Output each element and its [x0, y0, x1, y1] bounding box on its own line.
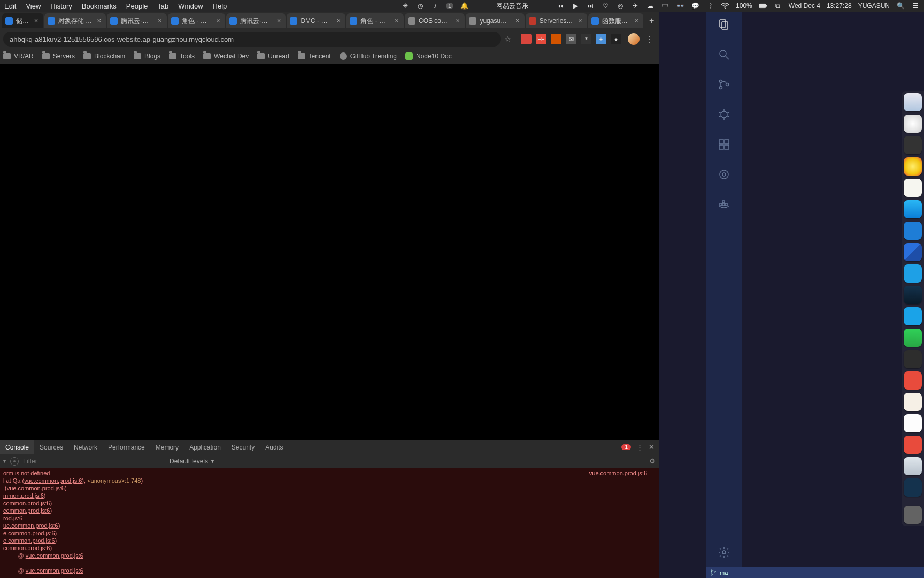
browser-tab[interactable]: Serverless F× — [526, 13, 587, 28]
switch-icon[interactable]: ⧉ — [774, 2, 782, 10]
extension-icon[interactable]: FE — [536, 34, 546, 44]
extension-icon[interactable] — [521, 34, 532, 44]
tab-close-icon[interactable]: × — [214, 17, 222, 25]
menu-people[interactable]: People — [126, 2, 148, 10]
dock-app-icon[interactable] — [904, 243, 922, 261]
music-app-label[interactable]: 网易云音乐 — [496, 2, 528, 11]
profile-avatar[interactable] — [628, 33, 640, 45]
location-icon[interactable]: ✈ — [631, 2, 640, 10]
source-reference-link[interactable]: vue.common.prod.js:6 — [589, 469, 647, 477]
dock-app-icon[interactable] — [904, 478, 922, 497]
ime-icon[interactable]: 中 — [661, 2, 669, 10]
media-play-icon[interactable]: ▶ — [571, 2, 580, 10]
spotlight-icon[interactable]: 🔍 — [896, 2, 905, 10]
tab-close-icon[interactable]: × — [33, 17, 40, 25]
bookmark-item[interactable]: Unread — [257, 52, 289, 60]
notif-badge[interactable]: 1 — [446, 3, 453, 9]
dock-app-icon[interactable] — [904, 93, 922, 111]
bookmark-item[interactable]: Servers — [42, 52, 75, 60]
tab-close-icon[interactable]: × — [576, 17, 584, 25]
console-filter-input[interactable] — [23, 458, 162, 465]
browser-tab[interactable]: DMC - 数据× — [287, 13, 345, 28]
extensions-icon[interactable] — [717, 137, 732, 152]
dock-app-icon[interactable] — [904, 414, 922, 432]
devtools-menu-icon[interactable]: ⋮ — [636, 443, 643, 451]
docker-icon[interactable] — [717, 197, 732, 212]
bookmark-item[interactable]: Node10 Doc — [405, 52, 452, 60]
dock-app-icon[interactable] — [904, 136, 922, 154]
dock-app-icon[interactable] — [904, 436, 922, 454]
tab-close-icon[interactable]: × — [275, 17, 282, 25]
bookmark-item[interactable]: Wechat Dev — [203, 52, 249, 60]
dock-app-icon[interactable] — [904, 506, 922, 524]
url-input[interactable] — [3, 32, 501, 47]
log-levels-dropdown[interactable]: Default levels ▼ — [170, 458, 215, 465]
vscode-status-bar[interactable]: ma — [706, 567, 924, 578]
tab-close-icon[interactable]: × — [95, 17, 103, 25]
menu-tab[interactable]: Tab — [157, 2, 168, 10]
gitlens-icon[interactable] — [717, 167, 732, 182]
extension-icon[interactable]: + — [596, 34, 606, 44]
devtools-tab-audits[interactable]: Audits — [260, 440, 288, 454]
glasses-icon[interactable]: 👓 — [676, 2, 684, 10]
dock-app-icon[interactable] — [904, 222, 922, 240]
dock-app-icon[interactable] — [904, 307, 922, 325]
tab-close-icon[interactable]: × — [335, 17, 342, 25]
devtools-tab-sources[interactable]: Sources — [34, 440, 68, 454]
dock-app-icon[interactable] — [904, 371, 922, 390]
tab-close-icon[interactable]: × — [514, 17, 521, 25]
dock-app-icon[interactable] — [904, 393, 922, 411]
bookmark-star-icon[interactable]: ☆ — [504, 35, 511, 43]
new-tab-button[interactable]: + — [644, 13, 659, 28]
dock-app-icon[interactable] — [904, 350, 922, 368]
dock-app-icon[interactable] — [904, 115, 922, 133]
user-label[interactable]: YUGASUN — [858, 2, 890, 10]
devtools-tab-performance[interactable]: Performance — [103, 440, 150, 454]
explorer-icon[interactable] — [717, 17, 732, 32]
dock-app-icon[interactable] — [904, 264, 922, 283]
bookmark-item[interactable]: Tools — [169, 52, 195, 60]
browser-tab[interactable]: 储 提× — [2, 13, 43, 28]
heart-icon[interactable]: ♡ — [601, 2, 610, 10]
menu-help[interactable]: Help — [213, 2, 227, 10]
extension-icon[interactable]: ✉ — [566, 34, 576, 44]
console-output[interactable]: vue.common.prod.js:6 orm is not definedl… — [0, 468, 659, 578]
menu-view[interactable]: View — [26, 2, 41, 10]
chat-icon[interactable]: 💬 — [691, 2, 699, 10]
extension-icon[interactable]: ● — [611, 34, 621, 44]
browser-tab[interactable]: 角色 - 控制× — [168, 13, 225, 28]
dock-app-icon[interactable] — [904, 329, 922, 347]
bookmark-item[interactable]: VR/AR — [3, 52, 34, 60]
headset-icon[interactable]: ♪ — [431, 2, 440, 10]
battery-icon[interactable] — [759, 2, 767, 10]
control-center-icon[interactable]: ☰ — [911, 2, 920, 10]
tab-close-icon[interactable]: × — [454, 17, 461, 25]
source-control-icon[interactable] — [717, 77, 732, 92]
browser-tab[interactable]: yugasun/ful× — [466, 13, 524, 28]
browser-tab[interactable]: 腾讯云-控制× — [226, 13, 286, 28]
media-next-icon[interactable]: ⏭ — [586, 2, 595, 10]
devtools-tab-console[interactable]: Console — [0, 440, 34, 454]
menu-history[interactable]: History — [50, 2, 72, 10]
browser-tab[interactable]: 角色 - 控制× — [346, 13, 404, 28]
devtools-tab-security[interactable]: Security — [226, 440, 260, 454]
bookmark-item[interactable]: GitHub Trending — [340, 52, 397, 60]
extension-icon[interactable]: ＊ — [581, 34, 591, 44]
devtools-close-icon[interactable]: ✕ — [649, 443, 654, 451]
bluetooth-icon[interactable]: ᛒ — [706, 2, 714, 10]
bookmark-item[interactable]: Tencent — [298, 52, 331, 60]
extension-icon[interactable] — [551, 34, 561, 44]
live-expression-icon[interactable] — [10, 457, 19, 466]
bell-icon[interactable]: 🔔 — [460, 2, 468, 10]
error-count-badge[interactable]: 1 — [621, 444, 631, 450]
tab-close-icon[interactable]: × — [156, 17, 164, 25]
devtools-tab-memory[interactable]: Memory — [150, 440, 184, 454]
dock-app-icon[interactable] — [904, 286, 922, 304]
dock-app-icon[interactable] — [904, 179, 922, 197]
dock-app-icon[interactable] — [904, 157, 922, 176]
browser-tab[interactable]: COS compc× — [405, 13, 465, 28]
cloud-icon[interactable]: ☁ — [646, 2, 654, 10]
bookmark-item[interactable]: Blogs — [134, 52, 160, 60]
browser-tab[interactable]: 函数服务 - × — [588, 13, 643, 28]
tab-close-icon[interactable]: × — [393, 17, 401, 25]
